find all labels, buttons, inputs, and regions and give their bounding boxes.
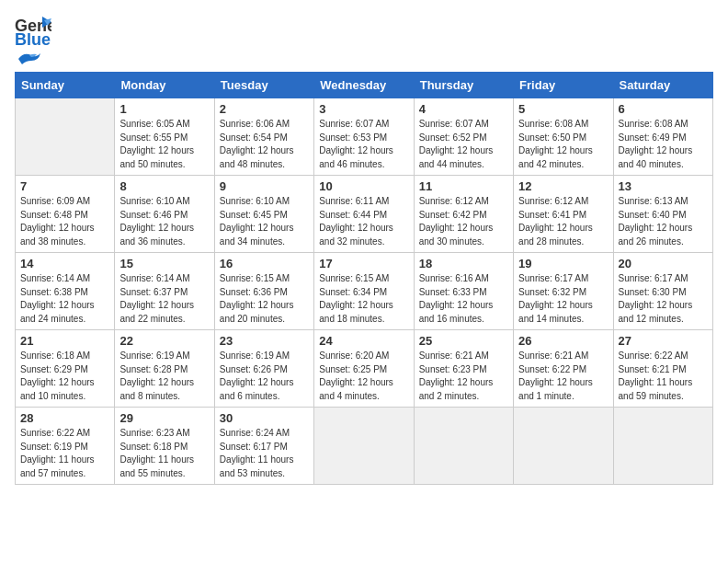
day-number: 28 [20, 411, 109, 425]
day-number: 8 [119, 179, 209, 193]
calendar-cell: 24 Sunrise: 6:20 AM Sunset: 6:25 PM Dayl… [314, 330, 414, 408]
calendar-week-4: 21 Sunrise: 6:18 AM Sunset: 6:29 PM Dayl… [16, 330, 713, 408]
calendar-cell [613, 408, 712, 485]
day-info: Sunrise: 6:15 AM Sunset: 6:34 PM Dayligh… [319, 272, 408, 326]
day-info: Sunrise: 6:07 AM Sunset: 6:52 PM Dayligh… [419, 118, 508, 171]
day-number: 30 [220, 411, 309, 425]
day-info: Sunrise: 6:23 AM Sunset: 6:18 PM Dayligh… [119, 427, 209, 480]
calendar-cell: 21 Sunrise: 6:18 AM Sunset: 6:29 PM Dayl… [16, 330, 115, 408]
weekday-header-saturday: Saturday [613, 73, 712, 98]
calendar-cell: 27 Sunrise: 6:22 AM Sunset: 6:21 PM Dayl… [613, 330, 712, 408]
day-info: Sunrise: 6:11 AM Sunset: 6:44 PM Dayligh… [319, 195, 408, 248]
calendar-body: 1 Sunrise: 6:05 AM Sunset: 6:55 PM Dayli… [16, 98, 713, 485]
day-info: Sunrise: 6:21 AM Sunset: 6:23 PM Dayligh… [419, 350, 508, 403]
day-info: Sunrise: 6:07 AM Sunset: 6:53 PM Dayligh… [319, 118, 408, 171]
calendar-cell [314, 408, 414, 485]
calendar-cell: 23 Sunrise: 6:19 AM Sunset: 6:26 PM Dayl… [214, 330, 313, 408]
calendar-cell: 29 Sunrise: 6:23 AM Sunset: 6:18 PM Dayl… [115, 408, 214, 485]
calendar-cell: 30 Sunrise: 6:24 AM Sunset: 6:17 PM Dayl… [214, 408, 313, 485]
calendar-week-3: 14 Sunrise: 6:14 AM Sunset: 6:38 PM Dayl… [16, 253, 713, 330]
calendar-cell: 4 Sunrise: 6:07 AM Sunset: 6:52 PM Dayli… [414, 98, 513, 176]
day-number: 12 [518, 179, 608, 193]
day-info: Sunrise: 6:14 AM Sunset: 6:38 PM Dayligh… [20, 272, 109, 326]
day-number: 16 [220, 257, 309, 270]
day-number: 19 [518, 257, 608, 270]
day-number: 24 [319, 334, 408, 348]
calendar-cell [514, 408, 613, 485]
weekday-header-monday: Monday [115, 73, 214, 98]
day-number: 14 [20, 257, 109, 270]
calendar-cell: 6 Sunrise: 6:08 AM Sunset: 6:49 PM Dayli… [613, 98, 712, 176]
weekday-header-tuesday: Tuesday [214, 73, 313, 98]
day-info: Sunrise: 6:21 AM Sunset: 6:22 PM Dayligh… [518, 350, 608, 403]
day-info: Sunrise: 6:10 AM Sunset: 6:45 PM Dayligh… [220, 195, 309, 248]
calendar-cell: 9 Sunrise: 6:10 AM Sunset: 6:45 PM Dayli… [214, 176, 313, 253]
calendar-header-row: SundayMondayTuesdayWednesdayThursdayFrid… [16, 73, 713, 98]
day-number: 21 [20, 334, 109, 348]
calendar-cell: 25 Sunrise: 6:21 AM Sunset: 6:23 PM Dayl… [414, 330, 513, 408]
day-number: 27 [619, 334, 708, 348]
day-info: Sunrise: 6:08 AM Sunset: 6:50 PM Dayligh… [518, 118, 608, 171]
calendar-cell: 15 Sunrise: 6:14 AM Sunset: 6:37 PM Dayl… [115, 253, 214, 330]
day-info: Sunrise: 6:24 AM Sunset: 6:17 PM Dayligh… [220, 427, 309, 480]
calendar-cell: 22 Sunrise: 6:19 AM Sunset: 6:28 PM Dayl… [115, 330, 214, 408]
day-number: 6 [619, 102, 708, 116]
calendar-cell: 18 Sunrise: 6:16 AM Sunset: 6:33 PM Dayl… [414, 253, 513, 330]
day-info: Sunrise: 6:15 AM Sunset: 6:36 PM Dayligh… [220, 272, 309, 326]
calendar-cell: 1 Sunrise: 6:05 AM Sunset: 6:55 PM Dayli… [115, 98, 214, 176]
calendar-cell: 8 Sunrise: 6:10 AM Sunset: 6:46 PM Dayli… [115, 176, 214, 253]
day-number: 5 [518, 102, 608, 116]
calendar-cell: 14 Sunrise: 6:14 AM Sunset: 6:38 PM Dayl… [16, 253, 115, 330]
day-info: Sunrise: 6:17 AM Sunset: 6:32 PM Dayligh… [518, 272, 608, 326]
calendar-cell: 7 Sunrise: 6:09 AM Sunset: 6:48 PM Dayli… [16, 176, 115, 253]
day-info: Sunrise: 6:16 AM Sunset: 6:33 PM Dayligh… [419, 272, 508, 326]
calendar-week-5: 28 Sunrise: 6:22 AM Sunset: 6:19 PM Dayl… [16, 408, 713, 485]
day-info: Sunrise: 6:09 AM Sunset: 6:48 PM Dayligh… [20, 195, 109, 248]
day-number: 17 [319, 257, 408, 270]
day-info: Sunrise: 6:17 AM Sunset: 6:30 PM Dayligh… [619, 272, 708, 326]
day-number: 1 [119, 102, 209, 116]
day-number: 2 [220, 102, 309, 116]
day-number: 3 [319, 102, 408, 116]
day-number: 18 [419, 257, 508, 270]
weekday-header-friday: Friday [514, 73, 613, 98]
calendar-cell: 10 Sunrise: 6:11 AM Sunset: 6:44 PM Dayl… [314, 176, 414, 253]
weekday-header-sunday: Sunday [16, 73, 115, 98]
day-number: 7 [20, 179, 109, 193]
weekday-header-wednesday: Wednesday [314, 73, 414, 98]
day-info: Sunrise: 6:14 AM Sunset: 6:37 PM Dayligh… [119, 272, 209, 326]
calendar-cell [414, 408, 513, 485]
calendar-cell: 28 Sunrise: 6:22 AM Sunset: 6:19 PM Dayl… [16, 408, 115, 485]
logo: General Blue [15, 15, 51, 64]
day-info: Sunrise: 6:06 AM Sunset: 6:54 PM Dayligh… [220, 118, 309, 171]
calendar-cell: 5 Sunrise: 6:08 AM Sunset: 6:50 PM Dayli… [514, 98, 613, 176]
calendar-cell: 12 Sunrise: 6:12 AM Sunset: 6:41 PM Dayl… [514, 176, 613, 253]
page-header: General Blue [15, 15, 713, 64]
weekday-header-thursday: Thursday [414, 73, 513, 98]
day-info: Sunrise: 6:19 AM Sunset: 6:28 PM Dayligh… [119, 350, 209, 403]
calendar-cell: 17 Sunrise: 6:15 AM Sunset: 6:34 PM Dayl… [314, 253, 414, 330]
day-number: 26 [518, 334, 608, 348]
calendar-cell: 26 Sunrise: 6:21 AM Sunset: 6:22 PM Dayl… [514, 330, 613, 408]
calendar-cell [16, 98, 115, 176]
calendar-cell: 16 Sunrise: 6:15 AM Sunset: 6:36 PM Dayl… [214, 253, 313, 330]
calendar-week-1: 1 Sunrise: 6:05 AM Sunset: 6:55 PM Dayli… [16, 98, 713, 176]
day-info: Sunrise: 6:12 AM Sunset: 6:41 PM Dayligh… [518, 195, 608, 248]
day-number: 11 [419, 179, 508, 193]
day-info: Sunrise: 6:22 AM Sunset: 6:21 PM Dayligh… [619, 350, 708, 403]
day-number: 13 [619, 179, 708, 193]
day-number: 23 [220, 334, 309, 348]
day-number: 15 [119, 257, 209, 270]
day-info: Sunrise: 6:05 AM Sunset: 6:55 PM Dayligh… [119, 118, 209, 171]
day-number: 20 [619, 257, 708, 270]
calendar-table: SundayMondayTuesdayWednesdayThursdayFrid… [15, 72, 713, 485]
day-info: Sunrise: 6:12 AM Sunset: 6:42 PM Dayligh… [419, 195, 508, 248]
day-number: 22 [119, 334, 209, 348]
logo-bird-icon [17, 50, 42, 68]
day-info: Sunrise: 6:20 AM Sunset: 6:25 PM Dayligh… [319, 350, 408, 403]
day-info: Sunrise: 6:22 AM Sunset: 6:19 PM Dayligh… [20, 427, 109, 480]
svg-text:Blue: Blue [15, 30, 51, 48]
calendar-week-2: 7 Sunrise: 6:09 AM Sunset: 6:48 PM Dayli… [16, 176, 713, 253]
day-info: Sunrise: 6:13 AM Sunset: 6:40 PM Dayligh… [619, 195, 708, 248]
calendar-cell: 11 Sunrise: 6:12 AM Sunset: 6:42 PM Dayl… [414, 176, 513, 253]
